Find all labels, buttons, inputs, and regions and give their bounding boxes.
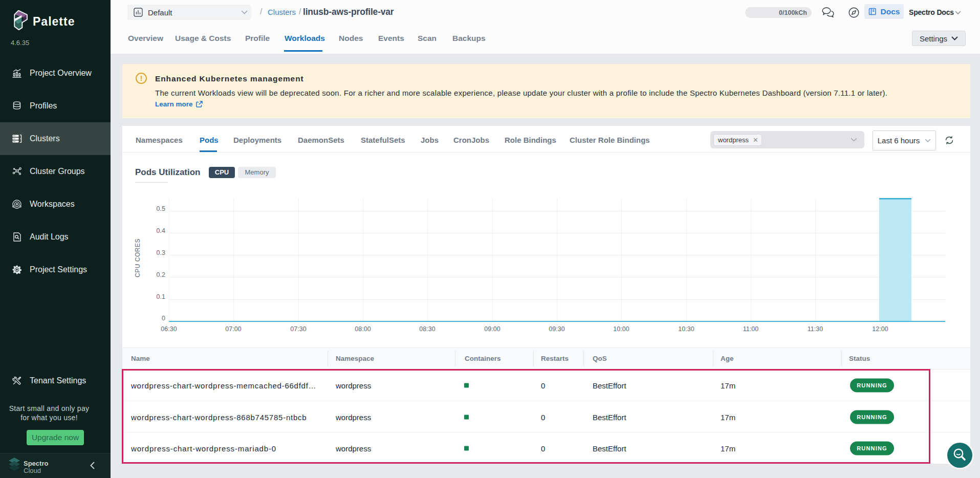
svg-text:0.5: 0.5 [157, 205, 165, 212]
svg-text:06:30: 06:30 [161, 325, 177, 333]
svg-text:0.1: 0.1 [157, 293, 165, 300]
svg-text:10:30: 10:30 [678, 325, 694, 333]
svg-text:11:00: 11:00 [743, 325, 758, 333]
svg-text:10:00: 10:00 [613, 325, 629, 333]
svg-text:0.2: 0.2 [157, 271, 165, 278]
svg-text:09:00: 09:00 [484, 325, 500, 333]
svg-text:07:00: 07:00 [225, 325, 241, 333]
svg-text:09:30: 09:30 [549, 325, 564, 333]
svg-text:0.3: 0.3 [157, 249, 165, 256]
svg-text:0: 0 [162, 315, 165, 322]
svg-text:0.4: 0.4 [157, 227, 165, 234]
svg-text:11:30: 11:30 [808, 325, 823, 333]
svg-text:08:30: 08:30 [419, 325, 435, 333]
svg-text:CPU CORES: CPU CORES [134, 238, 141, 277]
svg-text:08:00: 08:00 [355, 325, 371, 333]
svg-text:12:00: 12:00 [872, 325, 888, 333]
svg-text:07:30: 07:30 [290, 325, 306, 333]
